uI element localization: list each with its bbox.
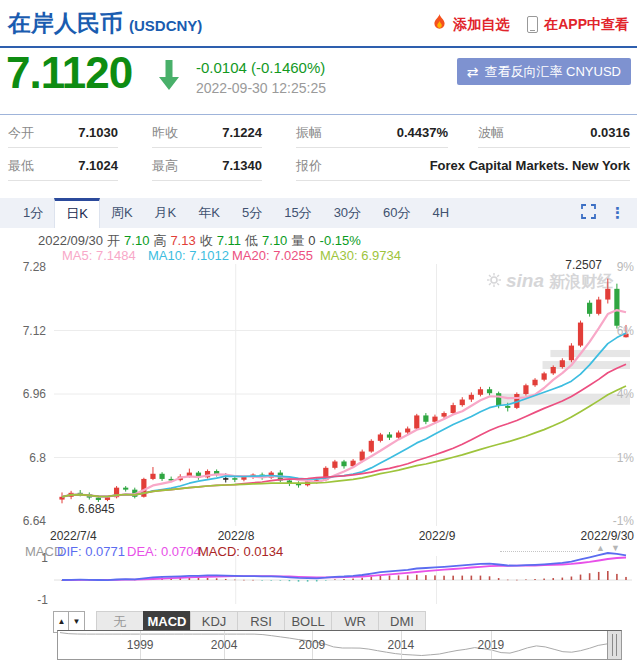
x-axis-label: 2022/8 xyxy=(218,529,255,543)
ohlc-label: 量 xyxy=(291,233,304,248)
reverse-rate-button[interactable]: ⇄ 查看反向汇率 CNYUSD xyxy=(457,58,631,85)
instrument-symbol: (USDCNY) xyxy=(129,17,202,34)
timeline-navigator[interactable]: 19992004200920142019 xyxy=(57,630,622,660)
stat-value: 7.1340 xyxy=(222,155,262,177)
stat-label: 昨收 xyxy=(152,122,178,144)
usdcny-quote-page: 在岸人民币(USDCNY) 添加自选 在APP中查看 7.1120 -0.010… xyxy=(0,0,637,667)
ohlc-value: 0 xyxy=(308,233,315,248)
scroll-up-icon[interactable]: ▲ xyxy=(596,543,605,553)
macd-dea-value: DEA: 0.0704 xyxy=(127,544,201,559)
stat-value: 0.4437% xyxy=(397,122,448,144)
macd-scroll-ruler xyxy=(500,551,592,553)
period-tab-15分[interactable]: 15分 xyxy=(273,198,322,228)
stat-value: 0.0316 xyxy=(590,122,630,144)
stat-cell: 今开7.1030 xyxy=(8,122,118,148)
ohlc-label: 收 xyxy=(200,233,213,248)
price-change: -0.0104 (-0.1460%) xyxy=(196,59,325,76)
stat-cell: 报价Forex Capital Markets. New York xyxy=(296,155,630,181)
stat-cell: 振幅0.4437% xyxy=(296,122,448,148)
navigator-handle[interactable] xyxy=(607,631,621,659)
ohlc-label: 开 xyxy=(107,233,120,248)
header-actions: 添加自选 在APP中查看 xyxy=(432,14,629,35)
period-tab-30分[interactable]: 30分 xyxy=(323,198,372,228)
stat-label: 今开 xyxy=(8,122,34,144)
ohlc-value: 7.10 xyxy=(124,233,149,248)
period-tab-日K[interactable]: 日K xyxy=(54,198,100,228)
pct-axis-tick: 6% xyxy=(600,324,634,338)
macd-axis-max: 1 xyxy=(30,551,48,565)
ohlc-change-pct: -0.15% xyxy=(320,233,361,248)
stat-value: Forex Capital Markets. New York xyxy=(430,155,630,177)
x-axis-label: 2022/7/4 xyxy=(50,529,97,543)
phone-icon xyxy=(527,16,538,33)
period-low-label: 6.6845 xyxy=(78,502,115,516)
macd-dif-value: DIF: 0.0771 xyxy=(57,544,125,559)
swap-arrows-icon: ⇄ xyxy=(467,64,479,80)
x-axis-label: 2022/9/30 xyxy=(581,529,634,543)
period-tab-4H[interactable]: 4H xyxy=(422,198,461,228)
period-high-label: 7.2507 xyxy=(552,258,602,272)
period-tab-周K[interactable]: 周K xyxy=(100,198,144,228)
navigator-year-label: 2019 xyxy=(478,638,505,652)
stat-value: 7.1030 xyxy=(78,122,118,144)
period-tab-60分[interactable]: 60分 xyxy=(372,198,421,228)
y-axis-tick: 6.96 xyxy=(0,387,46,401)
ohlc-value: 7.11 xyxy=(217,233,241,248)
last-price: 7.1120 xyxy=(6,48,132,98)
period-tabs: 1分日K周K月K年K5分15分30分60分4H xyxy=(12,198,460,228)
period-tab-1分[interactable]: 1分 xyxy=(12,198,54,228)
scroll-down-icon[interactable]: ▼ xyxy=(611,543,620,553)
ohlc-value: 7.13 xyxy=(170,233,195,248)
period-tab-年K[interactable]: 年K xyxy=(187,198,231,228)
pct-axis-tick: -1% xyxy=(600,514,634,528)
quote-timestamp: 2022-09-30 12:25:25 xyxy=(196,80,326,96)
ohlc-label: 低 xyxy=(245,233,258,248)
y-axis-tick: 7.28 xyxy=(0,260,46,274)
y-axis-tick: 7.12 xyxy=(0,324,46,338)
stat-label: 最低 xyxy=(8,155,34,177)
navigator-year-label: 2004 xyxy=(211,638,238,652)
macd-axis-min: -1 xyxy=(30,593,48,607)
stat-value: 7.1224 xyxy=(222,122,262,144)
stat-cell: 昨收7.1224 xyxy=(152,122,262,148)
ohlc-label: 高 xyxy=(153,233,166,248)
stat-label: 波幅 xyxy=(478,122,504,144)
page-title: 在岸人民币(USDCNY) xyxy=(8,8,202,39)
stat-value: 7.1024 xyxy=(78,155,118,177)
flame-icon xyxy=(432,14,447,35)
pct-axis-tick: 1% xyxy=(600,451,634,465)
period-tab-bar: 1分日K周K月K年K5分15分30分60分4H ⋮ xyxy=(0,198,637,228)
y-axis-tick: 6.8 xyxy=(0,451,46,465)
stat-cell: 波幅0.0316 xyxy=(478,122,630,148)
quote-divider xyxy=(0,114,637,115)
navigator-year-label: 1999 xyxy=(127,638,154,652)
period-tab-月K[interactable]: 月K xyxy=(144,198,188,228)
instrument-name: 在岸人民币 xyxy=(8,10,123,36)
y-axis-tick: 6.64 xyxy=(0,514,46,528)
stat-label: 报价 xyxy=(296,155,322,177)
pct-axis-tick: 9% xyxy=(600,260,634,274)
fullscreen-icon[interactable] xyxy=(581,204,596,223)
x-axis-label: 2022/9 xyxy=(419,529,456,543)
period-tab-5分[interactable]: 5分 xyxy=(231,198,273,228)
stat-label: 最高 xyxy=(152,155,178,177)
stat-label: 振幅 xyxy=(296,122,322,144)
navigator-year-label: 2009 xyxy=(299,638,326,652)
macd-hist-value: MACD: 0.0134 xyxy=(198,544,283,559)
ohlc-value: 7.10 xyxy=(262,233,287,248)
down-arrow-icon xyxy=(159,60,179,94)
stat-cell: 最高7.1340 xyxy=(152,155,262,181)
stat-cell: 最低7.1024 xyxy=(8,155,118,181)
view-in-app-link[interactable]: 在APP中查看 xyxy=(544,16,629,34)
ohlc-date: 2022/09/30 xyxy=(38,233,103,248)
add-watchlist-button[interactable]: 添加自选 xyxy=(453,16,509,34)
more-options-icon[interactable]: ⋮ xyxy=(610,204,625,222)
pct-axis-tick: 4% xyxy=(600,387,634,401)
navigator-year-label: 2014 xyxy=(388,638,415,652)
